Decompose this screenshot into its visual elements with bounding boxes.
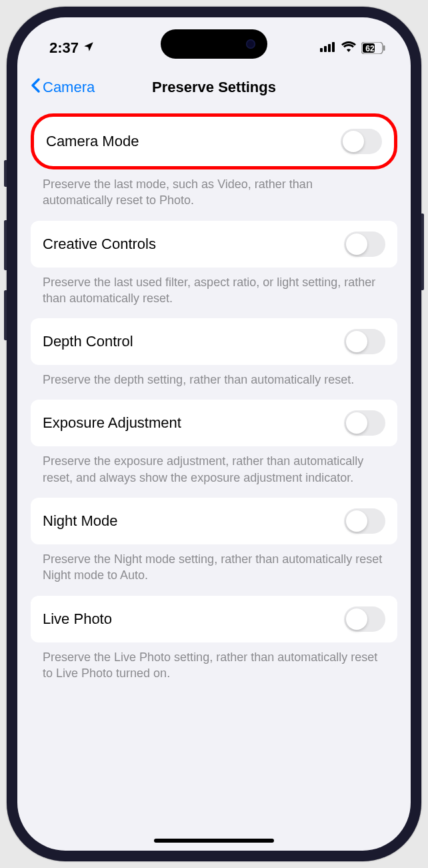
wifi-icon: [341, 41, 356, 55]
back-label: Camera: [43, 79, 95, 96]
svg-rect-0: [320, 48, 323, 52]
setting-row: Camera Mode: [31, 113, 397, 169]
toggle-knob: [346, 234, 367, 255]
toggle-knob: [346, 608, 367, 630]
screen: 2:37: [17, 17, 411, 851]
setting-label: Creative Controls: [43, 236, 156, 253]
toggle-knob: [346, 510, 367, 532]
battery-icon: 62: [361, 42, 385, 54]
nav-header: Camera Preserve Settings: [17, 64, 411, 113]
setting-group: Depth ControlPreserve the depth setting,…: [31, 318, 397, 388]
setting-group: Live PhotoPreserve the Live Photo settin…: [31, 596, 397, 682]
status-left: 2:37: [49, 39, 95, 57]
page-title: Preserve Settings: [152, 79, 276, 96]
location-icon: [83, 39, 95, 57]
setting-description: Preserve the Live Photo setting, rather …: [31, 642, 397, 682]
home-indicator[interactable]: [154, 839, 274, 843]
toggle-switch[interactable]: [344, 606, 385, 632]
setting-description: Preserve the depth setting, rather than …: [31, 365, 397, 388]
toggle-switch[interactable]: [341, 129, 382, 154]
setting-row: Exposure Adjustment: [31, 400, 397, 446]
setting-row: Night Mode: [31, 498, 397, 544]
setting-description: Preserve the Night mode setting, rather …: [31, 544, 397, 584]
setting-group: Creative ControlsPreserve the last used …: [31, 221, 397, 307]
svg-rect-1: [324, 46, 327, 52]
toggle-knob: [346, 412, 367, 434]
svg-text:62: 62: [365, 44, 375, 53]
setting-row: Depth Control: [31, 318, 397, 365]
settings-content[interactable]: Camera ModePreserve the last mode, such …: [17, 113, 411, 707]
setting-label: Night Mode: [43, 512, 118, 530]
phone-side-buttons-right: [421, 213, 424, 290]
setting-label: Camera Mode: [46, 133, 139, 150]
toggle-switch[interactable]: [344, 232, 385, 257]
svg-rect-6: [383, 45, 385, 51]
setting-row: Creative Controls: [31, 221, 397, 268]
setting-label: Depth Control: [43, 333, 133, 350]
setting-description: Preserve the exposure adjustment, rather…: [31, 446, 397, 486]
phone-frame: 2:37: [7, 7, 421, 861]
setting-label: Live Photo: [43, 610, 112, 628]
toggle-switch[interactable]: [344, 410, 385, 436]
status-time: 2:37: [49, 39, 79, 57]
setting-row: Live Photo: [31, 596, 397, 642]
setting-group: Camera ModePreserve the last mode, such …: [31, 113, 397, 209]
setting-description: Preserve the last used filter, aspect ra…: [31, 268, 397, 307]
back-button[interactable]: Camera: [31, 77, 95, 97]
svg-rect-2: [328, 44, 331, 52]
phone-side-buttons-left: [4, 160, 7, 360]
svg-rect-3: [332, 42, 335, 52]
setting-group: Night ModePreserve the Night mode settin…: [31, 498, 397, 584]
toggle-knob: [343, 131, 364, 152]
toggle-switch[interactable]: [344, 329, 385, 354]
setting-description: Preserve the last mode, such as Video, r…: [31, 169, 397, 209]
cellular-icon: [320, 41, 336, 55]
setting-label: Exposure Adjustment: [43, 414, 181, 432]
status-right: 62: [320, 41, 385, 55]
toggle-switch[interactable]: [344, 508, 385, 534]
setting-group: Exposure AdjustmentPreserve the exposure…: [31, 400, 397, 486]
chevron-left-icon: [31, 77, 41, 97]
dynamic-island: [161, 29, 267, 59]
toggle-knob: [346, 331, 367, 352]
front-camera-icon: [246, 39, 255, 49]
